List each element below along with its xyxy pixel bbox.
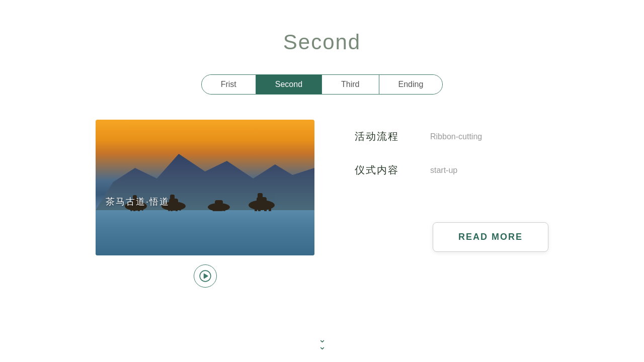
play-icon-button[interactable] xyxy=(194,264,217,288)
svg-rect-11 xyxy=(176,207,178,211)
activity-label: 活动流程 xyxy=(355,130,420,143)
image-overlay-text: 茶马古道·悟道 xyxy=(106,196,170,208)
tab-bar: Frist Second Third Ending xyxy=(201,74,443,95)
info-row-activity: 活动流程 Ribbon-cutting xyxy=(355,130,548,143)
svg-rect-15 xyxy=(215,200,223,208)
image-bg: 茶马古道·悟道 xyxy=(96,120,314,255)
ceremony-value: start-up xyxy=(430,166,457,175)
svg-rect-24 xyxy=(258,208,261,211)
play-icon xyxy=(199,269,212,283)
tab-second[interactable]: Second xyxy=(256,75,322,94)
svg-rect-10 xyxy=(171,207,173,211)
svg-rect-18 xyxy=(220,208,222,211)
read-more-button[interactable]: READ MORE xyxy=(433,222,548,252)
svg-rect-20 xyxy=(223,207,225,211)
svg-rect-23 xyxy=(258,193,263,200)
ceremony-label: 仪式内容 xyxy=(355,163,420,177)
svg-rect-17 xyxy=(215,208,217,211)
svg-rect-19 xyxy=(213,207,215,211)
svg-rect-25 xyxy=(264,208,267,211)
svg-rect-9 xyxy=(170,195,175,201)
info-row-ceremony: 仪式内容 start-up xyxy=(355,163,548,177)
activity-value: Ribbon-cutting xyxy=(430,132,482,141)
tab-third[interactable]: Third xyxy=(322,75,379,94)
svg-rect-26 xyxy=(255,207,257,211)
scroll-down-button[interactable]: ⌄ ⌄ xyxy=(318,336,326,350)
chevron-double-down-icon: ⌄ ⌄ xyxy=(318,336,326,350)
page-title: Second xyxy=(283,30,361,54)
svg-rect-13 xyxy=(179,206,181,211)
tab-ending[interactable]: Ending xyxy=(379,75,443,94)
left-panel: 茶马古道·悟道 xyxy=(96,120,314,288)
svg-rect-3 xyxy=(133,207,135,211)
svg-rect-4 xyxy=(138,207,140,211)
content-area: 茶马古道·悟道 活动流程 Ribbon-cutting 仪式内容 start-u… xyxy=(96,120,548,288)
hero-image: 茶马古道·悟道 xyxy=(96,120,314,255)
svg-rect-27 xyxy=(269,207,271,211)
tab-frist[interactable]: Frist xyxy=(202,75,256,94)
right-panel: 活动流程 Ribbon-cutting 仪式内容 start-up READ M… xyxy=(355,120,548,252)
